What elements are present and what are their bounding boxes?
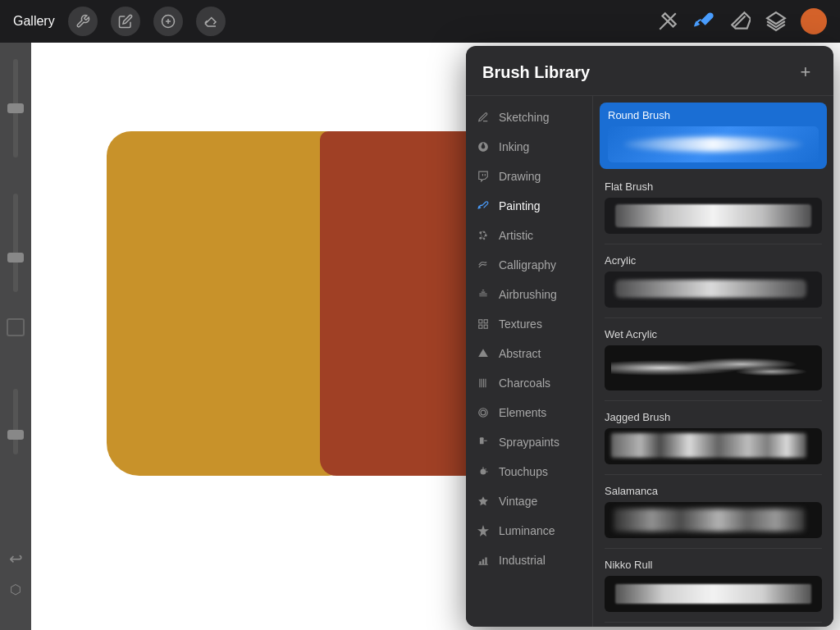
textures-icon bbox=[476, 317, 491, 331]
svg-rect-15 bbox=[485, 379, 486, 388]
transform-icon[interactable] bbox=[7, 318, 25, 336]
brush-preview-jagged-brush bbox=[605, 428, 822, 464]
category-item-touchups[interactable]: Touchups bbox=[466, 457, 592, 486]
category-item-abstract[interactable]: Abstract bbox=[466, 339, 592, 368]
brush-item-jagged-brush[interactable]: Jagged Brush bbox=[593, 404, 833, 471]
brush-library-title: Brush Library bbox=[482, 63, 590, 82]
spraypaints-icon bbox=[476, 435, 491, 450]
category-item-vintage[interactable]: Vintage bbox=[466, 486, 592, 516]
category-label-elements: Elements bbox=[499, 406, 546, 419]
brush-item-flat-brush[interactable]: Flat Brush bbox=[593, 174, 833, 240]
brush-preview-round-brush bbox=[608, 126, 819, 162]
brush-preview-acrylic bbox=[605, 272, 822, 308]
category-label-airbrushing: Airbrushing bbox=[499, 288, 557, 301]
category-item-sketching[interactable]: Sketching bbox=[466, 103, 592, 132]
category-item-textures[interactable]: Textures bbox=[466, 309, 592, 339]
brush-library-header: Brush Library + bbox=[466, 46, 833, 96]
brush-separator-4 bbox=[605, 474, 822, 475]
brush-name-round-brush: Round Brush bbox=[608, 109, 819, 121]
luminance-icon bbox=[476, 523, 491, 538]
brush-preview-salamanca bbox=[605, 502, 822, 538]
wrench-tool-button[interactable] bbox=[68, 7, 98, 36]
category-label-touchups: Touchups bbox=[499, 465, 548, 478]
airbrushing-icon bbox=[476, 287, 491, 302]
gallery-button[interactable]: Gallery bbox=[13, 14, 55, 29]
size-slider-thumb[interactable] bbox=[7, 103, 24, 113]
svg-rect-16 bbox=[480, 437, 484, 444]
artistic-icon bbox=[476, 228, 491, 243]
brush-item-salamanca[interactable]: Salamanca bbox=[593, 478, 833, 545]
eraser-tool-button[interactable] bbox=[196, 7, 226, 36]
abstract-icon bbox=[476, 346, 491, 361]
secondary-slider-thumb[interactable] bbox=[7, 430, 24, 440]
action-button[interactable]: ⬡ bbox=[10, 582, 21, 597]
category-label-charcoals: Charcoals bbox=[499, 377, 550, 390]
svg-rect-9 bbox=[484, 320, 487, 323]
category-list: Sketching Inking Drawing Painting bbox=[466, 96, 593, 627]
brush-separator-2 bbox=[605, 317, 822, 318]
charcoals-icon bbox=[476, 376, 491, 390]
undo-button[interactable]: ↩ bbox=[9, 549, 23, 568]
toolbar-right bbox=[656, 8, 827, 34]
brush-item-nikko-rull[interactable]: Nikko Rull bbox=[593, 552, 833, 619]
category-item-calligraphy[interactable]: Calligraphy bbox=[466, 250, 592, 280]
category-label-spraypaints: Spraypaints bbox=[499, 436, 559, 449]
category-item-elements[interactable]: Elements bbox=[466, 398, 592, 427]
toolbar: Gallery bbox=[0, 0, 840, 43]
brush-name-wet-acrylic: Wet Acrylic bbox=[605, 328, 822, 340]
opacity-slider-track[interactable] bbox=[13, 194, 18, 292]
category-label-vintage: Vintage bbox=[499, 495, 537, 508]
industrial-icon bbox=[476, 553, 491, 568]
category-item-inking[interactable]: Inking bbox=[466, 132, 592, 162]
brush-name-acrylic: Acrylic bbox=[605, 254, 822, 267]
sketching-icon bbox=[476, 110, 491, 125]
brush-name-jagged-brush: Jagged Brush bbox=[605, 411, 822, 423]
category-item-luminance[interactable]: Luminance bbox=[466, 516, 592, 546]
brush-library-panel: Brush Library + Sketching Inking bbox=[466, 46, 833, 627]
svg-rect-12 bbox=[479, 379, 480, 388]
secondary-slider-track[interactable] bbox=[13, 389, 18, 454]
category-label-drawing: Drawing bbox=[499, 170, 541, 183]
category-label-sketching: Sketching bbox=[499, 111, 549, 124]
modify-tool-button[interactable] bbox=[111, 7, 140, 36]
brush-item-round-brush[interactable]: Round Brush bbox=[600, 103, 827, 169]
category-item-spraypaints[interactable]: Spraypaints bbox=[466, 427, 592, 457]
brush-separator-5 bbox=[605, 548, 822, 549]
calligraphy-icon bbox=[476, 258, 491, 272]
svg-rect-11 bbox=[479, 325, 482, 328]
size-slider-track[interactable] bbox=[13, 59, 18, 158]
category-label-artistic: Artistic bbox=[499, 229, 533, 242]
svg-rect-13 bbox=[482, 379, 482, 388]
layers-icon[interactable] bbox=[765, 10, 788, 33]
left-sidebar: ↩ ⬡ bbox=[0, 43, 31, 630]
color-swatch[interactable] bbox=[801, 8, 827, 34]
vintage-icon bbox=[476, 494, 491, 509]
eraser-right-icon[interactable] bbox=[728, 10, 751, 33]
smudge-tool-button[interactable] bbox=[153, 7, 183, 36]
svg-rect-17 bbox=[484, 441, 487, 441]
add-brush-button[interactable]: + bbox=[794, 61, 817, 84]
category-item-industrial[interactable]: Industrial bbox=[466, 546, 592, 575]
brush-name-flat-brush: Flat Brush bbox=[605, 180, 822, 193]
category-item-charcoals[interactable]: Charcoals bbox=[466, 368, 592, 398]
category-item-artistic[interactable]: Artistic bbox=[466, 221, 592, 250]
svg-rect-14 bbox=[483, 379, 484, 388]
brush-item-acrylic[interactable]: Acrylic bbox=[593, 248, 833, 314]
pen-tool-icon[interactable] bbox=[656, 10, 679, 33]
category-item-painting[interactable]: Painting bbox=[466, 191, 592, 221]
opacity-slider-thumb[interactable] bbox=[7, 253, 24, 262]
category-item-airbrushing[interactable]: Airbrushing bbox=[466, 280, 592, 309]
category-label-calligraphy: Calligraphy bbox=[499, 258, 556, 272]
category-label-luminance: Luminance bbox=[499, 524, 555, 537]
svg-point-7 bbox=[479, 237, 482, 240]
svg-rect-10 bbox=[484, 325, 487, 328]
category-item-drawing[interactable]: Drawing bbox=[466, 162, 592, 191]
brush-item-spectra[interactable]: Spectra bbox=[593, 626, 833, 627]
drawing-icon bbox=[476, 169, 491, 184]
brush-name-nikko-rull: Nikko Rull bbox=[605, 559, 822, 571]
brush-separator-1 bbox=[605, 244, 822, 244]
category-label-inking: Inking bbox=[499, 140, 529, 153]
brush-tool-icon[interactable] bbox=[692, 10, 715, 33]
brush-item-wet-acrylic[interactable]: Wet Acrylic bbox=[593, 322, 833, 397]
toolbar-left: Gallery bbox=[13, 7, 226, 36]
